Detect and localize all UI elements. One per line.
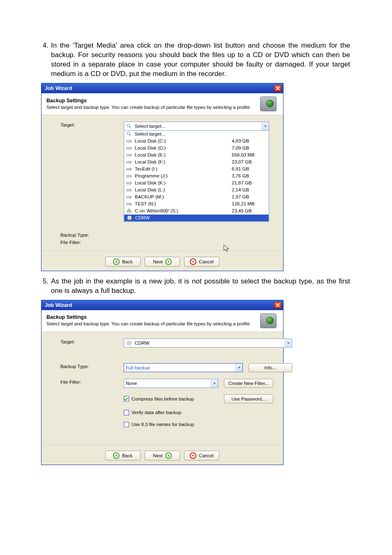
svg-point-16 [130, 169, 131, 170]
drive-icon [126, 152, 132, 158]
label-target: Target: [60, 339, 114, 348]
svg-point-14 [130, 162, 131, 163]
step-text: In the 'Target Media' area click on the … [51, 41, 351, 79]
drive-icon [126, 159, 132, 165]
drive-icon [126, 145, 132, 151]
label-file-filter: File Filter: [60, 379, 114, 388]
option-name: CDRW [135, 215, 229, 220]
target-option[interactable]: Local Disk (C:)4,83 GB [124, 138, 269, 145]
file-filter-dropdown[interactable]: None [124, 379, 218, 388]
svg-marker-42 [168, 454, 169, 456]
target-option[interactable]: C on 'Athlon900' (S:)23,45 GB [124, 207, 269, 214]
option-size: 4,83 GB [232, 138, 265, 143]
target-option[interactable]: TecEdit (I:)6,91 GB [124, 166, 269, 173]
info-button[interactable]: Info... [249, 363, 292, 372]
target-option[interactable]: BACKUP (M:)1,97 GB [124, 193, 269, 200]
back-button[interactable]: Back [105, 257, 141, 267]
create-new-filter-button[interactable]: Create New Filter... [224, 379, 273, 388]
drive-icon [126, 180, 132, 186]
target-option[interactable]: Local Disk (D:)7,09 GB [124, 145, 269, 152]
target-option[interactable]: Local Disk (F:)23,07 GB [124, 159, 269, 166]
target-option[interactable]: Local Disk (E:)558,03 MB [124, 152, 269, 159]
svg-rect-27 [127, 211, 131, 212]
safe-icon [257, 313, 280, 329]
compress-checkbox[interactable] [124, 396, 129, 401]
option-name: Select target... [135, 131, 229, 136]
svg-point-2 [127, 124, 130, 127]
cancel-label: Cancel [199, 259, 214, 264]
cancel-label: Cancel [199, 453, 214, 458]
target-option[interactable]: Local Disk (K:)21,87 GB [124, 180, 269, 187]
svg-point-12 [130, 155, 131, 156]
next-button[interactable]: Next [145, 451, 180, 461]
target-option[interactable]: Select target... [124, 131, 269, 138]
svg-marker-4 [264, 125, 267, 127]
target-option[interactable]: Local Disk (L:)2,14 GB [124, 187, 269, 193]
drive-icon [126, 138, 132, 144]
target-option[interactable]: Programme (J:)3,76 GB [124, 173, 269, 180]
cancel-button[interactable]: Cancel [184, 257, 219, 267]
window-title: Job Wizard [45, 302, 72, 308]
verify-checkbox[interactable] [124, 410, 129, 415]
chevron-down-icon[interactable] [285, 339, 292, 347]
drive-icon [126, 166, 132, 172]
arrow-left-icon [113, 258, 120, 265]
option-name: Local Disk (E:) [135, 152, 229, 157]
option-size: 126,21 MB [232, 201, 265, 206]
banner-desc: Select target and backup type. You can c… [46, 104, 257, 110]
label-target: Target: [60, 122, 114, 222]
banner-title: Backup Settings [46, 98, 257, 104]
option-name: TEST (N:) [135, 201, 229, 206]
drive-icon [126, 200, 132, 207]
svg-line-3 [129, 127, 131, 128]
back-button[interactable]: Back [105, 451, 141, 461]
option-size: 558,03 MB [232, 152, 265, 157]
option-name: TecEdit (I:) [135, 166, 229, 171]
titlebar: Job Wizard [42, 83, 283, 93]
option-name: Local Disk (K:) [135, 180, 229, 185]
banner: Backup Settings Select target and backup… [42, 93, 283, 115]
job-wizard-1: Job Wizard Backup Settings Select target… [41, 83, 284, 271]
stop-icon [190, 258, 196, 265]
next-label: Next [153, 453, 163, 458]
search-icon [126, 131, 132, 137]
titlebar: Job Wizard [42, 300, 283, 310]
svg-point-24 [130, 197, 131, 198]
target-dropdown[interactable]: Select target... [124, 122, 269, 131]
chevron-down-icon[interactable] [211, 379, 218, 387]
cancel-button[interactable]: Cancel [184, 451, 219, 461]
option-name: C on 'Athlon900' (S:) [135, 208, 229, 213]
close-button[interactable] [274, 302, 281, 309]
label-file-filter: File Filter: [60, 239, 114, 245]
target-option[interactable]: TEST (N:)126,21 MB [124, 200, 269, 207]
chevron-down-icon[interactable] [262, 122, 269, 130]
next-button[interactable]: Next [145, 257, 180, 267]
target-dropdown[interactable]: CDRW [124, 339, 292, 348]
svg-point-22 [130, 190, 131, 191]
svg-point-8 [130, 141, 131, 142]
close-button[interactable] [274, 85, 281, 92]
step-text: As the job in the example is a new job, … [51, 277, 351, 296]
option-size: 1,97 GB [232, 194, 265, 199]
target-selected: Select target... [135, 124, 259, 129]
option-name: Local Disk (D:) [135, 145, 229, 150]
label-backup-type: Backup Type: [60, 363, 114, 372]
option-name: Local Disk (L:) [135, 187, 229, 192]
safe-icon [257, 96, 280, 112]
option-size: 3,76 GB [232, 173, 265, 178]
backup-type-dropdown[interactable]: Full backup [124, 363, 243, 372]
option-size: 23,45 GB [232, 208, 265, 213]
names83-checkbox[interactable] [124, 422, 129, 427]
use-password-button[interactable]: Use Password... [224, 394, 273, 403]
target-option[interactable]: CDRW [124, 214, 269, 221]
target-dropdown-list[interactable]: Select target...Local Disk (C:)4,83 GBLo… [124, 130, 269, 222]
option-name: Local Disk (F:) [135, 159, 229, 164]
chevron-down-icon[interactable] [235, 364, 242, 372]
job-wizard-2: Job Wizard Backup Settings Select target… [41, 300, 284, 465]
banner-title: Backup Settings [46, 314, 257, 320]
arrow-right-icon [165, 452, 172, 459]
svg-marker-39 [238, 367, 240, 368]
option-name: Programme (J:) [135, 173, 229, 178]
svg-point-33 [192, 261, 194, 263]
option-name: Local Disk (C:) [135, 138, 229, 143]
